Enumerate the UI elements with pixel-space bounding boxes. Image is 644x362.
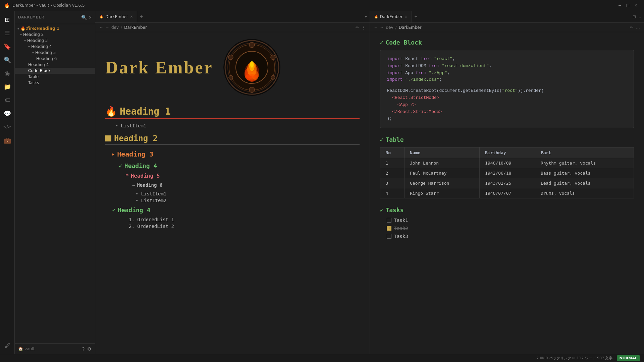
tasks-label: Tasks xyxy=(385,206,404,214)
status-word-count: 2.0k 0 バックリンク ⊞ 112 ワード 907 文字 xyxy=(536,356,613,361)
activity-chat-icon[interactable]: 💬 xyxy=(1,107,13,119)
activity-graph-icon[interactable]: ◉ xyxy=(1,67,13,79)
right-editor-content: ✓ Code Block import React from "react"; … xyxy=(370,32,644,354)
heading4a: ✓ Heading 4 xyxy=(119,162,360,169)
sidebar-close-button[interactable]: × xyxy=(89,15,92,20)
maximize-button[interactable]: □ xyxy=(626,3,629,8)
code-line-5: ReactDOM.createRoot(document.getElementB… xyxy=(387,87,627,95)
vault-name[interactable]: 🏠 vault xyxy=(18,347,35,351)
tree-arrow-h2: ▾ xyxy=(20,33,22,37)
table-check-icon: ✓ xyxy=(380,136,384,143)
left-edit-icon[interactable]: ✏ xyxy=(356,25,359,30)
close-button[interactable]: × xyxy=(635,3,637,8)
left-tab-label: DarkEmber xyxy=(105,14,128,19)
banner: Dark Ember xyxy=(105,39,360,96)
sidebar-item-heading4b[interactable]: Heading 4 xyxy=(15,62,95,68)
sidebar-item-heading4a[interactable]: ▾ Heading 4 xyxy=(15,44,95,50)
right-tab-add-button[interactable]: + xyxy=(412,11,420,22)
right-crumb-dev: dev xyxy=(386,25,393,30)
list-bullet-1: • xyxy=(115,123,118,128)
activity-code-icon[interactable]: </> xyxy=(1,121,13,133)
row3-name: George Harrison xyxy=(404,178,479,188)
h6-list-item-2: • ListItem2 xyxy=(132,198,360,203)
activity-grid-icon[interactable]: ⊞ xyxy=(1,13,13,25)
table-row: 4 Ringo Starr 1940/07/07 Drums, vocals xyxy=(380,188,634,198)
sidebar-footer-right: ? ⚙ xyxy=(82,346,92,352)
left-editor-pane: 🔥 DarkEmber × + ▾ ← → dev / DarkEmber ✏ xyxy=(95,11,370,354)
app-icon: 🔥 xyxy=(4,3,10,8)
sidebar-item-tasks[interactable]: Tasks xyxy=(15,80,95,86)
task2-label: Task2 xyxy=(394,226,408,231)
activity-list-icon[interactable]: ☰ xyxy=(1,27,13,39)
table-heading: ✓ Table xyxy=(380,136,634,143)
right-tab-close[interactable]: × xyxy=(405,15,407,18)
sidebar-item-heading2[interactable]: ▾ Heading 2 xyxy=(15,32,95,38)
left-tab-darkember[interactable]: 🔥 DarkEmber × xyxy=(95,11,137,22)
right-tab-split[interactable]: ⊡ xyxy=(633,14,636,19)
sidebar-search-button[interactable]: 🔍 xyxy=(81,15,87,20)
right-tab-label: DarkEmber xyxy=(380,14,403,19)
task-item-3: Task3 xyxy=(380,234,634,239)
sidebar-title: DarkEmber xyxy=(18,15,44,19)
sidebar-item-heading1[interactable]: ▾ 🔥:fire:Heading 1 xyxy=(15,25,95,32)
col-birthday: Birthday xyxy=(480,147,535,158)
tree-arrow-h5: ▾ xyxy=(32,51,34,55)
svg-point-17 xyxy=(245,74,259,78)
minimize-button[interactable]: − xyxy=(618,3,621,8)
svg-point-5 xyxy=(271,55,275,60)
row3-part: Lead guitar, vocals xyxy=(535,178,634,188)
sidebar-tree: ▾ 🔥:fire:Heading 1 ▾ Heading 2 ▾ Heading… xyxy=(15,24,95,343)
activity-folder-icon[interactable]: 📁 xyxy=(1,80,13,93)
right-edit-icon[interactable]: ✏ xyxy=(630,25,633,30)
titlebar-controls[interactable]: − □ × xyxy=(618,3,640,8)
sidebar-item-heading3[interactable]: ▾ Heading 3 xyxy=(15,38,95,44)
row3-birthday: 1943/02/25 xyxy=(480,178,535,188)
right-nav-forward[interactable]: → xyxy=(380,25,384,30)
code-block-label: Code Block xyxy=(385,39,422,46)
activity-briefcase-icon[interactable]: 💼 xyxy=(1,134,13,146)
sidebar-item-codeblock[interactable]: Code Block xyxy=(15,68,95,74)
right-tab-darkember[interactable]: 🔥 DarkEmber × xyxy=(370,11,412,22)
left-tab-add-button[interactable]: + xyxy=(137,11,146,22)
left-tab-action-menu[interactable]: ▾ xyxy=(365,14,367,19)
activity-tag-icon[interactable]: 🏷 xyxy=(1,94,13,106)
task2-checkbox[interactable] xyxy=(387,226,391,231)
code-block-heading: ✓ Code Block xyxy=(380,39,634,46)
table-section: ✓ Table No Name Birthday Part xyxy=(380,136,634,198)
activity-brush-icon[interactable]: 🖌 xyxy=(1,339,13,351)
row4-part: Drums, vocals xyxy=(535,188,634,198)
heading1: 🔥 Heading 1 xyxy=(105,106,360,117)
vault-icon: 🏠 xyxy=(18,347,23,351)
settings-button[interactable]: ⚙ xyxy=(87,346,92,352)
help-button[interactable]: ? xyxy=(82,346,85,352)
activity-bookmark-icon[interactable]: 🔖 xyxy=(1,40,13,52)
tasks-section: ✓ Tasks Task1 Task2 Task3 xyxy=(380,206,634,239)
svg-point-7 xyxy=(249,87,255,93)
col-no: No xyxy=(380,147,404,158)
left-more-icon[interactable]: ⋮ xyxy=(362,25,366,30)
status-mode[interactable]: NORMAL xyxy=(617,355,640,361)
heading2-underline xyxy=(105,144,360,145)
right-nav-back[interactable]: ← xyxy=(374,25,378,30)
right-tab-more[interactable]: … xyxy=(637,14,641,19)
left-tab-close[interactable]: × xyxy=(130,15,133,18)
task1-checkbox[interactable] xyxy=(387,218,391,223)
left-nav-back[interactable]: ← xyxy=(99,25,103,30)
activity-search-icon[interactable]: 🔍 xyxy=(1,54,13,66)
right-more-icon[interactable]: … xyxy=(636,25,640,30)
row4-name: Ringo Starr xyxy=(404,188,479,198)
row3-no: 3 xyxy=(380,178,404,188)
code-line-7: <App /> xyxy=(387,102,627,109)
heading4a-text: Heading 4 xyxy=(124,162,157,169)
row1-no: 1 xyxy=(380,158,404,168)
heading2-icon xyxy=(105,135,111,141)
sidebar-item-heading5[interactable]: ▾ Heading 5 xyxy=(15,50,95,56)
left-nav-forward[interactable]: → xyxy=(105,25,109,30)
sidebar-item-heading6[interactable]: Heading 6 xyxy=(15,56,95,62)
right-breadcrumb: ← → dev / DarkEmber ✏ … xyxy=(370,23,644,32)
right-tab-icon: 🔥 xyxy=(374,15,378,18)
task3-checkbox[interactable] xyxy=(387,234,391,239)
heading4a-block: ✓ Heading 4 xyxy=(105,162,360,169)
vault-label: vault xyxy=(24,347,35,351)
sidebar-item-table[interactable]: Table xyxy=(15,74,95,80)
